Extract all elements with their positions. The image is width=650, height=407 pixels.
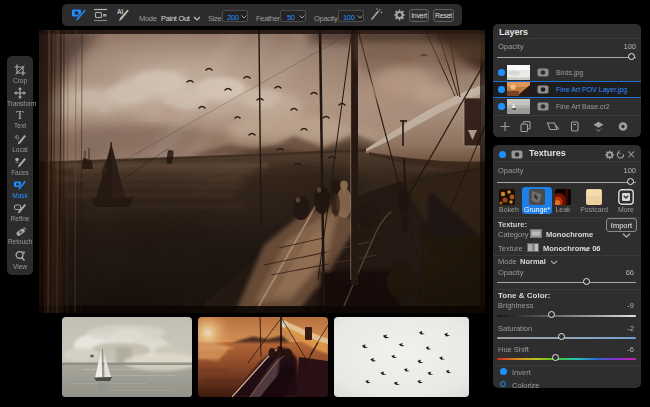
svg-text:4): 4)	[15, 134, 20, 140]
svg-text:AI: AI	[117, 8, 123, 15]
